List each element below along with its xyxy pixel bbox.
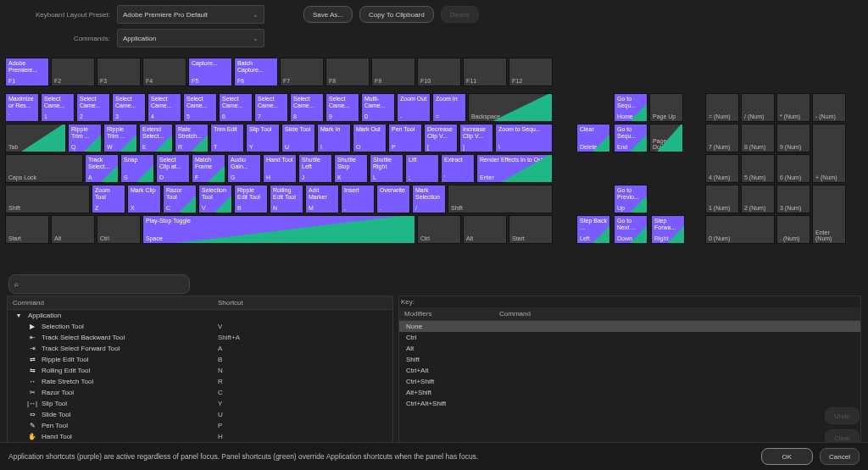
- key-r[interactable]: Rate Stretch...R: [175, 124, 209, 152]
- key--[interactable]: Lift;: [405, 154, 439, 183]
- key-x[interactable]: Mark ClipX: [127, 185, 161, 213]
- command-item[interactable]: |↔|Slip ToolY: [8, 398, 392, 409]
- key-p[interactable]: Pen ToolP: [388, 124, 422, 152]
- key-0[interactable]: Multi-Came...0: [361, 93, 395, 122]
- command-item[interactable]: ⇤Track Select Backward ToolShift+A: [8, 332, 392, 343]
- key-end[interactable]: Go to Sequ...End: [614, 124, 648, 152]
- key-n[interactable]: Rolling Edit ToolN: [270, 185, 303, 213]
- key-b[interactable]: Ripple Edit ToolB: [234, 185, 268, 213]
- key-space[interactable]: Play-Stop ToggleSpace: [142, 215, 415, 244]
- key-right[interactable]: Step Forwa...Right: [651, 215, 685, 244]
- command-item[interactable]: ⇔Slide ToolU: [8, 409, 392, 420]
- key-v[interactable]: Selection ToolV: [198, 185, 232, 213]
- key-home[interactable]: Go to Sequ...Home: [614, 93, 648, 122]
- modifier-list[interactable]: NoneCtrlAltShiftCtrl+AltCtrl+ShiftAlt+Sh…: [399, 321, 860, 442]
- key-f[interactable]: Match FrameF: [192, 154, 225, 183]
- key--num-[interactable]: - (Num): [812, 93, 846, 122]
- key-f5[interactable]: Capture...F5: [188, 58, 232, 86]
- key-1-num-[interactable]: 1 (Num): [705, 185, 739, 213]
- key-3-num-[interactable]: 3 (Num): [776, 185, 810, 213]
- key-caps-lock[interactable]: Caps Lock: [5, 154, 83, 183]
- key-f11[interactable]: F11: [463, 58, 507, 86]
- key-0-num-[interactable]: 0 (Num): [705, 215, 775, 244]
- key--num-[interactable]: . (Num): [776, 215, 810, 244]
- key-page-down[interactable]: Page Down: [649, 124, 683, 152]
- key--[interactable]: Overwrite.: [376, 185, 410, 213]
- key-f7[interactable]: F7: [280, 58, 324, 86]
- key-s[interactable]: SnapS: [120, 154, 154, 183]
- key-shift[interactable]: Shift: [448, 185, 553, 213]
- commands-dropdown[interactable]: Application ⌄: [117, 29, 264, 47]
- tree-root[interactable]: ▾Application: [8, 310, 392, 321]
- key-f9[interactable]: F9: [371, 58, 415, 86]
- modifier-row[interactable]: Ctrl+Alt+Shift: [399, 398, 860, 409]
- modifier-row[interactable]: Alt: [399, 343, 860, 354]
- key-tab[interactable]: Tab: [5, 124, 66, 152]
- preset-dropdown[interactable]: Adobe Premiere Pro Default ⌄: [117, 5, 264, 24]
- key--[interactable]: Decrease Clip V...[: [424, 124, 458, 152]
- key--[interactable]: Mark Selection/: [412, 185, 446, 213]
- key-f8[interactable]: F8: [326, 58, 370, 86]
- key-3[interactable]: Select Came...3: [112, 93, 146, 122]
- command-item[interactable]: ✋Hand ToolH: [8, 431, 392, 442]
- search-input[interactable]: ⌕: [8, 274, 190, 294]
- key-j[interactable]: Shuttle LeftJ: [298, 154, 332, 183]
- command-item[interactable]: ✎Pen ToolP: [8, 420, 392, 431]
- key-shift[interactable]: Shift: [5, 185, 90, 213]
- key-ctrl[interactable]: Ctrl: [97, 215, 141, 244]
- key-f6[interactable]: Batch Capture...F6: [234, 58, 278, 86]
- key-delete[interactable]: ClearDelete: [576, 124, 610, 152]
- key-enter[interactable]: Render Effects In to OutEnter: [476, 154, 553, 183]
- key-t[interactable]: Trim EditT: [210, 124, 244, 152]
- key-i[interactable]: Mark InI: [317, 124, 351, 152]
- key-a[interactable]: Track Select...A: [85, 154, 119, 183]
- key-start[interactable]: Start: [509, 215, 553, 244]
- key-g[interactable]: Audio Gain...G: [227, 154, 261, 183]
- key-c[interactable]: Razor ToolC: [163, 185, 197, 213]
- key-start[interactable]: Start: [5, 215, 49, 244]
- command-item[interactable]: ⇄Ripple Edit ToolB: [8, 354, 392, 365]
- key-m[interactable]: Add MarkerM: [305, 185, 339, 213]
- key--[interactable]: Increase Clip V...]: [459, 124, 493, 152]
- key--num-[interactable]: + (Num): [812, 124, 846, 183]
- key--num-[interactable]: / (Num): [741, 93, 775, 122]
- cancel-button[interactable]: Cancel: [820, 448, 860, 465]
- key-5-num-[interactable]: 5 (Num): [741, 154, 775, 183]
- key-f12[interactable]: F12: [509, 58, 553, 86]
- modifier-row[interactable]: Shift: [399, 354, 860, 365]
- key-enter-num-[interactable]: Enter (Num): [812, 185, 846, 244]
- command-item[interactable]: ✂Razor ToolC: [8, 387, 392, 398]
- key-f4[interactable]: F4: [142, 58, 186, 86]
- key-up[interactable]: Go to Previo...Up: [614, 185, 648, 213]
- key-q[interactable]: Ripple Trim ...Q: [68, 124, 102, 152]
- key-h[interactable]: Hand ToolH: [263, 154, 297, 183]
- key-alt[interactable]: Alt: [463, 215, 507, 244]
- key-y[interactable]: Slip ToolY: [246, 124, 280, 152]
- undo-button[interactable]: Undo: [825, 407, 860, 424]
- key-f10[interactable]: F10: [417, 58, 461, 86]
- key-9-num-[interactable]: 9 (Num): [776, 124, 810, 152]
- key-d[interactable]: Select Clip at...D: [156, 154, 190, 183]
- command-item[interactable]: ⇆Rolling Edit ToolN: [8, 365, 392, 376]
- key-1[interactable]: Select Came...1: [41, 93, 75, 122]
- search-field[interactable]: [24, 277, 184, 291]
- command-item[interactable]: ↔Rate Stretch ToolR: [8, 376, 392, 387]
- key-9[interactable]: Select Came...9: [326, 93, 359, 122]
- modifier-row[interactable]: Ctrl: [399, 332, 860, 343]
- key-left[interactable]: Step Back ...Left: [576, 215, 610, 244]
- key-4-num-[interactable]: 4 (Num): [705, 154, 739, 183]
- key-backspace[interactable]: Backspace: [468, 93, 553, 122]
- command-item[interactable]: ▶Selection ToolV: [8, 321, 392, 332]
- key--[interactable]: Insert,: [341, 185, 375, 213]
- modifier-row[interactable]: Alt+Shift: [399, 387, 860, 398]
- key-alt[interactable]: Alt: [51, 215, 95, 244]
- key--num-[interactable]: = (Num): [705, 93, 739, 122]
- key-u[interactable]: Slide ToolU: [281, 124, 315, 152]
- key-down[interactable]: Go to Next ...Down: [614, 215, 648, 244]
- key-e[interactable]: Extend Select...E: [139, 124, 173, 152]
- key-6-num-[interactable]: 6 (Num): [776, 154, 810, 183]
- key-f1[interactable]: Adobe Premiere...F1: [5, 58, 49, 86]
- key--num-[interactable]: * (Num): [776, 93, 810, 122]
- copy-clipboard-button[interactable]: Copy To Clipboard: [359, 6, 434, 23]
- save-as-button[interactable]: Save As...: [303, 6, 353, 23]
